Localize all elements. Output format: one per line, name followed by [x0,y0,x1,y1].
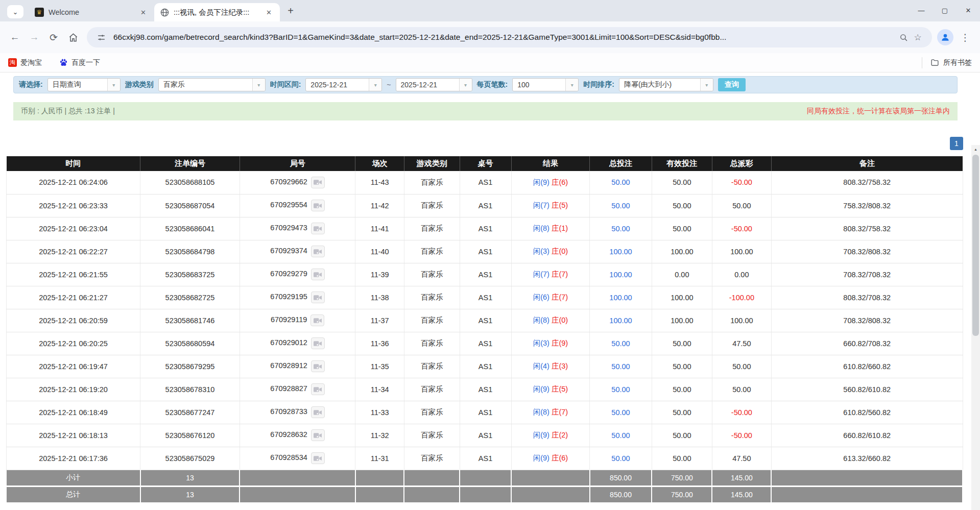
tab-strip: ⌄ ♛ Welcome ✕ :::视讯, 会员下注纪录::: ✕ + — ▢ ✕ [0,0,980,21]
video-replay-button[interactable] [311,292,325,303]
profile-avatar[interactable] [937,29,953,45]
pagination-page-1[interactable]: 1 [950,137,963,150]
video-replay-button[interactable] [311,223,325,234]
cell-time: 2025-12-21 06:20:59 [7,309,140,332]
all-bookmarks-label: 所有书签 [943,58,972,67]
video-replay-button[interactable] [311,360,325,372]
page-size-select[interactable]: 100▾ [512,78,579,91]
cell-table-number: AS1 [460,309,511,332]
cell-result: 闲(6) 庄(7) [511,286,590,309]
cell-total-bet: 50.00 [590,355,652,378]
tab-bet-records[interactable]: :::视讯, 会员下注纪录::: ✕ [154,3,280,21]
cell-note: 708.32/808.32 [771,240,963,263]
back-button[interactable]: ← [5,28,25,47]
cell-note: 808.32/758.32 [771,217,963,240]
select-arrow-icon: ▾ [107,79,120,91]
scrollbar-thumb[interactable] [972,155,979,336]
new-tab-button[interactable]: + [283,3,298,18]
date-end-select[interactable]: 2025-12-21▾ [396,78,472,91]
bookmark-aitaobao[interactable]: 淘 爱淘宝 [8,58,42,67]
tab-close-icon[interactable]: ✕ [138,8,148,17]
query-mode-select[interactable]: 日期查询▾ [47,78,121,91]
footer-empty-cell [771,486,963,502]
cell-table-number: AS1 [460,355,511,378]
site-settings-icon[interactable] [94,30,108,44]
search-button[interactable]: 查询 [718,78,746,91]
result-player: 闲(9) [533,178,549,186]
round-number-text: 670928632 [270,430,307,439]
video-replay-button[interactable] [311,383,325,395]
globe-icon [160,8,169,17]
range-separator: ~ [387,81,391,89]
cell-note: 660.82/610.82 [771,424,963,447]
table-body: 2025-12-21 06:24:06523058688105670929662… [7,171,963,470]
column-header: 局号 [240,156,355,171]
tab-strip-chevron-button[interactable]: ⌄ [7,5,23,18]
video-icon [314,318,322,324]
tab-close-icon[interactable]: ✕ [264,8,274,17]
cell-session: 11-38 [355,286,404,309]
video-icon [314,272,322,278]
column-header: 总派彩 [712,156,771,171]
maximize-button[interactable]: ▢ [933,0,957,20]
folder-icon [930,58,939,67]
result-banker: 庄(5) [552,385,568,393]
cell-round-number: 670929554 [240,194,355,217]
bookmark-baidu[interactable]: 百度一下 [59,58,100,67]
reload-button[interactable]: ⟳ [44,28,63,47]
zoom-icon[interactable] [896,30,911,44]
cell-bet-number: 523058681746 [140,309,240,332]
video-replay-button[interactable] [311,452,325,464]
minimize-button[interactable]: — [910,0,933,20]
video-icon [314,455,322,462]
page-scrollbar[interactable]: ▲ ▼ [971,145,980,510]
scroll-up-button[interactable]: ▲ [971,145,980,153]
omnibox[interactable]: 66cxkj98.com/game/betrecord_search/kind3… [87,27,932,47]
cell-game-category: 百家乐 [404,194,460,217]
video-replay-button[interactable] [311,337,325,349]
scroll-up-icon: ▲ [974,148,977,151]
cell-total-bet: 50.00 [590,171,652,194]
window-close-button[interactable]: ✕ [957,0,980,20]
column-header: 场次 [355,156,404,171]
cell-result: 闲(4) 庄(3) [511,355,590,378]
video-replay-button[interactable] [311,200,325,211]
video-replay-button[interactable] [311,429,325,441]
cell-game-category: 百家乐 [404,447,460,470]
cell-note: 708.32/808.32 [771,309,963,332]
all-bookmarks-button[interactable]: 所有书签 [922,57,972,68]
cell-time: 2025-12-21 06:21:55 [7,263,140,286]
footer-count: 13 [140,470,240,486]
browser-menu-button[interactable]: ⋮ [955,28,975,47]
result-player: 闲(3) [533,247,549,255]
result-player: 闲(4) [533,362,549,370]
cell-session: 11-33 [355,401,404,424]
cell-time: 2025-12-21 06:18:49 [7,401,140,424]
cell-result: 闲(7) 庄(7) [511,263,590,286]
table-row: 2025-12-21 06:24:06523058688105670929662… [7,171,963,194]
game-category-select[interactable]: 百家乐▾ [158,78,266,91]
cell-session: 11-40 [355,240,404,263]
cell-session: 11-32 [355,424,404,447]
video-replay-button[interactable] [311,269,325,280]
tab-welcome[interactable]: ♛ Welcome ✕ [29,3,154,21]
video-replay-button[interactable] [311,246,325,257]
round-number-text: 670928912 [270,361,307,370]
cell-time: 2025-12-21 06:20:25 [7,332,140,355]
plus-icon: + [288,5,294,17]
video-replay-button[interactable] [311,177,325,188]
video-replay-button[interactable] [310,314,324,326]
date-start-select[interactable]: 2025-12-21▾ [305,78,382,91]
result-banker: 庄(3) [552,362,568,370]
home-button[interactable] [63,28,83,47]
cell-payout: -100.00 [712,286,771,309]
footer-empty-cell [240,470,355,486]
bookmark-star-icon[interactable]: ☆ [911,30,925,44]
cell-total-bet: 50.00 [590,332,652,355]
url-text[interactable]: 66cxkj98.com/game/betrecord_search/kind3… [113,33,896,42]
sort-select[interactable]: 降幂(由大到小)▾ [619,78,713,91]
cell-game-category: 百家乐 [404,240,460,263]
select-arrow-icon: ▾ [459,79,472,91]
forward-button[interactable]: → [25,28,44,47]
video-replay-button[interactable] [311,406,325,418]
